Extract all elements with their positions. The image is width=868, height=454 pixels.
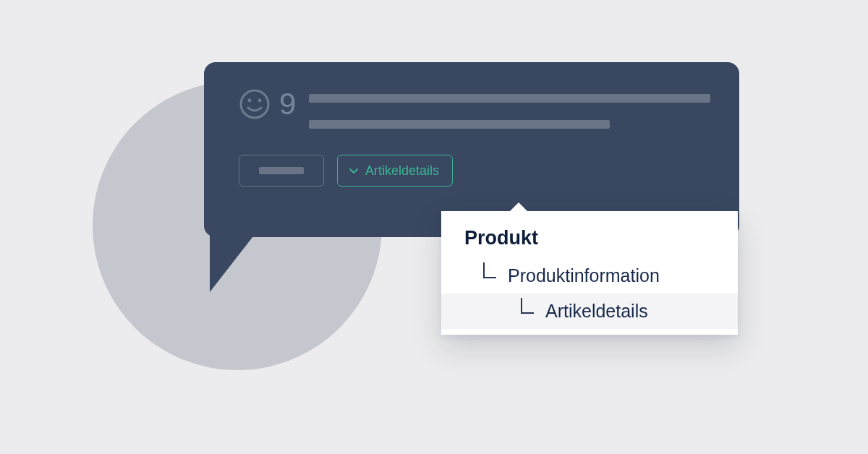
chevron-down-icon — [348, 165, 359, 176]
svg-point-1 — [248, 99, 252, 103]
breadcrumb-item[interactable]: Artikeldetails — [441, 294, 738, 329]
review-card-header: 9 — [239, 88, 710, 129]
placeholder-button-label — [259, 167, 304, 174]
breadcrumb-dropdown: Produkt Produktinformation Artikeldetail… — [441, 211, 738, 335]
svg-point-0 — [241, 90, 268, 118]
text-line — [309, 94, 710, 103]
svg-point-2 — [258, 99, 262, 103]
breadcrumb-item-label: Artikeldetails — [545, 301, 648, 322]
text-line — [309, 120, 610, 129]
article-details-button-label: Artikeldetails — [365, 163, 439, 179]
tree-connector-icon — [482, 268, 498, 284]
tree-connector-icon — [519, 304, 535, 320]
article-details-button[interactable]: Artikeldetails — [337, 155, 453, 187]
placeholder-button[interactable] — [239, 155, 324, 187]
breadcrumb-root-title: Produkt — [441, 227, 738, 258]
review-text-placeholder — [309, 88, 710, 129]
smiley-icon — [239, 88, 271, 120]
review-card-actions: Artikeldetails — [239, 155, 710, 187]
breadcrumb-item-label: Produktinformation — [508, 265, 660, 286]
dropdown-arrow — [509, 202, 528, 212]
rating-group: 9 — [239, 88, 296, 120]
rating-value: 9 — [279, 89, 296, 119]
breadcrumb-item[interactable]: Produktinformation — [441, 258, 738, 294]
